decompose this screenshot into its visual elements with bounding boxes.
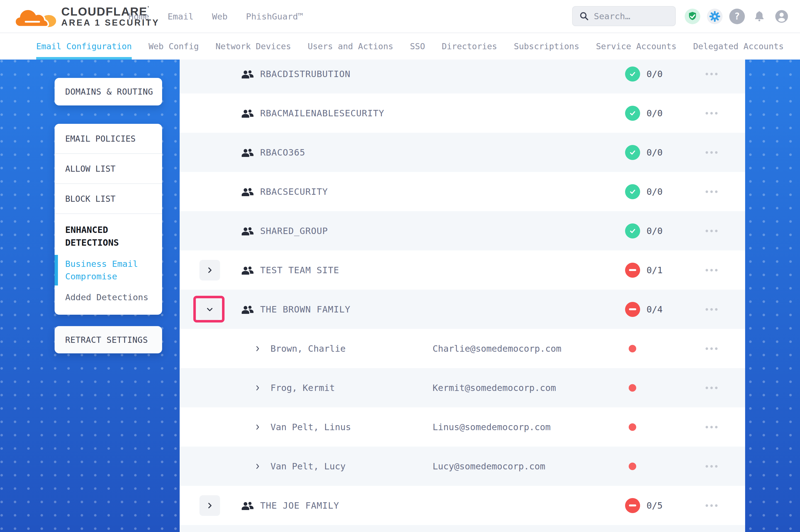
tab-web-config[interactable]: Web Config (148, 33, 199, 59)
row-menu-button[interactable] (703, 266, 720, 274)
group-people-icon (241, 305, 254, 314)
group-people-icon (241, 109, 254, 118)
group-people-icon (241, 226, 254, 236)
group-people-icon (241, 501, 254, 510)
member-count: 0/0 (647, 108, 663, 118)
row-menu-button[interactable] (703, 344, 720, 353)
tab-delegated-accounts[interactable]: Delegated Accounts (693, 33, 784, 59)
table-row-member[interactable]: Van Pelt, Lucy Lucy@somedemocorp.com (180, 446, 745, 486)
row-menu-button[interactable] (703, 148, 720, 156)
row-menu-button[interactable] (703, 70, 720, 78)
member-name: Frog, Kermit (271, 383, 335, 393)
minus-icon (629, 269, 636, 271)
member-name: Van Pelt, Lucy (271, 461, 346, 472)
sidebar-item-added-detections[interactable]: Added Detections (65, 291, 151, 304)
group-name: THE JOE FAMILY (260, 500, 339, 511)
sidebar-label: RETRACT SETTINGS (65, 335, 148, 345)
table-row-group[interactable]: SHARED_GROUP 0/0 (180, 211, 745, 250)
flag-dot (629, 462, 636, 470)
row-menu-button[interactable] (703, 109, 720, 117)
search-box[interactable] (572, 6, 676, 26)
table-row-group[interactable]: RBACSECURITY 0/0 (180, 172, 745, 211)
enhanced-detections-header: ENHANCED DETECTIONS (65, 224, 151, 249)
expand-toggle-button[interactable] (199, 260, 220, 281)
policy-list: EMAIL POLICIESALLOW LISTBLOCK LIST (55, 124, 162, 214)
chevron-right-icon[interactable] (254, 423, 261, 431)
check-icon (628, 227, 637, 235)
groups-table: RBACDISTRUBUTION 0/0 RBACMAILENABLESECUR… (180, 59, 745, 525)
bell-icon[interactable] (751, 8, 767, 24)
member-count: 0/0 (647, 147, 663, 158)
status-badge (625, 184, 640, 199)
table-row-member[interactable]: Brown, Charlie Charlie@somedemocorp.com (180, 329, 745, 368)
status-badge (625, 106, 640, 121)
status-badge (625, 498, 640, 513)
chevron-right-icon[interactable] (254, 463, 261, 470)
group-people-icon (241, 265, 254, 275)
group-people-icon (241, 69, 254, 79)
member-email: Charlie@somedemocorp.com (433, 343, 561, 354)
check-icon (628, 148, 637, 157)
tab-network-devices[interactable]: Network Devices (216, 33, 291, 59)
sidebar-item-retract-settings[interactable]: RETRACT SETTINGS (55, 326, 162, 354)
expand-toggle-button[interactable] (199, 495, 220, 516)
member-name: Van Pelt, Linus (271, 422, 351, 432)
flag-dot (629, 345, 636, 352)
sidebar-item-business-email-compromise[interactable]: Business Email Compromise (65, 258, 151, 283)
shield-check-icon[interactable] (685, 8, 700, 24)
status-badge (625, 263, 640, 278)
primary-nav-link[interactable]: Email (168, 12, 194, 21)
primary-nav-link[interactable]: Home (128, 12, 149, 21)
enhanced-list: Business Email CompromiseAdded Detection… (65, 258, 151, 304)
tab-sso[interactable]: SSO (410, 33, 425, 59)
check-icon (628, 109, 637, 118)
row-menu-button[interactable] (703, 462, 720, 470)
row-menu-button[interactable] (703, 384, 720, 392)
help-icon[interactable]: ? (729, 8, 745, 24)
gear-icon[interactable] (707, 8, 723, 24)
tab-directories[interactable]: Directories (442, 33, 497, 59)
group-name: RBACSECURITY (260, 186, 328, 197)
group-name: TEST TEAM SITE (260, 265, 339, 276)
sidebar-item-domains-routing[interactable]: DOMAINS & ROUTING (55, 78, 162, 106)
sidebar-policies-card: EMAIL POLICIESALLOW LISTBLOCK LIST ENHAN… (55, 124, 162, 315)
sidebar-item-block-list[interactable]: BLOCK LIST (55, 184, 162, 214)
primary-nav-link[interactable]: Web (212, 12, 228, 21)
row-menu-button[interactable] (703, 305, 720, 313)
primary-nav-link[interactable]: PhishGuard™ (246, 12, 303, 21)
row-menu-button[interactable] (703, 501, 720, 510)
table-row-member[interactable]: Van Pelt, Linus Linus@somedemocorp.com (180, 407, 745, 446)
table-row-group[interactable]: RBACMAILENABLESECURITY 0/0 (180, 94, 745, 133)
flag-dot (629, 384, 636, 392)
cloudflare-cloud-icon (15, 4, 57, 28)
help-glyph: ? (734, 11, 740, 22)
member-count: 0/0 (647, 226, 663, 236)
group-people-icon (241, 187, 254, 196)
member-email: Linus@somedemocorp.com (433, 422, 551, 432)
chevron-right-icon[interactable] (254, 384, 261, 392)
search-icon (579, 12, 589, 21)
row-menu-button[interactable] (703, 227, 720, 235)
status-badge (625, 145, 640, 160)
sidebar-item-email-policies[interactable]: EMAIL POLICIES (55, 124, 162, 154)
table-row-group[interactable]: RBACO365 0/0 (180, 133, 745, 172)
tab-subscriptions[interactable]: Subscriptions (514, 33, 579, 59)
user-avatar-icon[interactable] (774, 8, 789, 24)
table-row-group[interactable]: THE BROWN FAMILY 0/4 (180, 290, 745, 329)
tab-service-accounts[interactable]: Service Accounts (596, 33, 676, 59)
table-row-group[interactable]: THE JOE FAMILY 0/5 (180, 486, 745, 525)
sidebar-item-allow-list[interactable]: ALLOW LIST (55, 154, 162, 184)
chevron-right-icon[interactable] (254, 345, 261, 352)
table-row-group[interactable]: TEST TEAM SITE 0/1 (180, 250, 745, 290)
section-tabs: Email ConfigurationWeb ConfigNetwork Dev… (0, 33, 800, 59)
member-count: 0/0 (647, 186, 663, 197)
table-row-member[interactable]: Frog, Kermit Kermit@somedemocorp.com (180, 368, 745, 407)
tab-users-and-actions[interactable]: Users and Actions (308, 33, 393, 59)
search-input[interactable] (594, 11, 675, 21)
tab-email-configuration[interactable]: Email Configuration (36, 33, 132, 59)
row-menu-button[interactable] (703, 423, 720, 431)
group-name: SHARED_GROUP (260, 226, 328, 236)
row-menu-button[interactable] (703, 188, 720, 196)
member-count: 0/1 (647, 265, 663, 276)
table-row-group[interactable]: RBACDISTRUBUTION 0/0 (180, 59, 745, 94)
